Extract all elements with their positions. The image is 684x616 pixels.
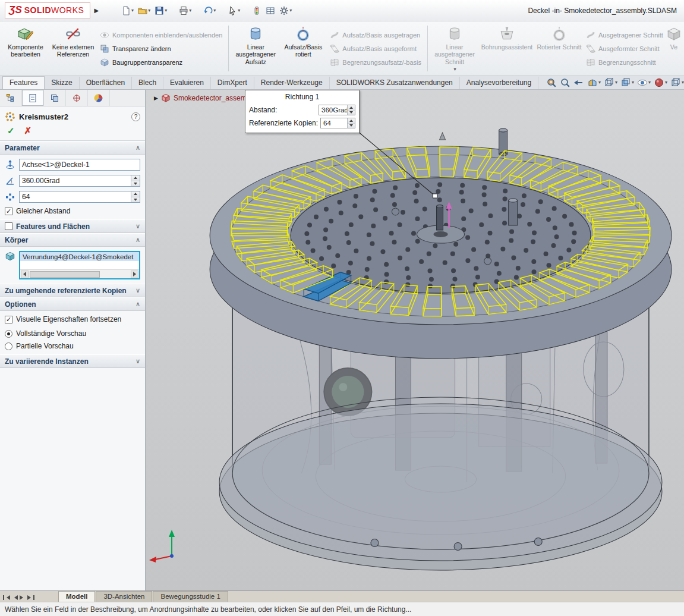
bodies-selection-box[interactable]: Verrundung4@Deckel-1@Smokedet xyxy=(19,251,140,279)
boundary-boss-button[interactable]: Begrenzungsaufsatz/-basis xyxy=(330,58,421,67)
extruded-boss-button[interactable]: Linear ausgetragener Aufsatz xyxy=(232,23,279,74)
tab-features[interactable]: Features xyxy=(2,76,45,89)
hide-show-items-button[interactable]: ▾ xyxy=(637,77,651,88)
tab-evaluieren[interactable]: Evaluieren xyxy=(163,77,211,89)
configuration-manager-tab[interactable] xyxy=(44,90,66,106)
tab-render-werkzeuge[interactable]: Render-Werkzeuge xyxy=(254,77,330,89)
hole-wizard-icon xyxy=(499,26,515,42)
copies-spinner[interactable] xyxy=(347,118,355,128)
full-preview-radio[interactable]: Vollständige Vorschau xyxy=(5,329,140,338)
instance-count-field[interactable]: 64 xyxy=(19,191,140,203)
direction-callout[interactable]: Richtung 1 Abstand: 360Grad Referenziert… xyxy=(245,90,360,133)
display-style-button[interactable]: ▾ xyxy=(620,77,634,88)
previous-view-button[interactable] xyxy=(573,77,584,88)
boundary-boss-label: Begrenzungsaufsatz/-basis xyxy=(342,59,421,66)
print-button[interactable]: ▾ xyxy=(178,5,193,17)
revolved-boss-button[interactable]: Aufsatz/Basis rotiert xyxy=(279,23,327,74)
scroll-right-button[interactable] xyxy=(131,271,138,278)
change-transparency-button[interactable]: Transparenz ändern xyxy=(100,44,222,54)
model-tab[interactable]: Modell xyxy=(58,591,95,602)
select-button[interactable]: ▾ xyxy=(226,5,241,17)
last-tab-button[interactable] xyxy=(27,595,34,600)
scroll-left-button[interactable] xyxy=(21,271,29,278)
tab-dimxpert[interactable]: DimXpert xyxy=(211,77,254,89)
next-tab-button[interactable] xyxy=(20,595,26,600)
new-document-button[interactable]: ▾ xyxy=(120,5,135,17)
features-faces-section-header[interactable]: Features und Flächen ∨ xyxy=(0,219,145,233)
callout-drag-handle[interactable] xyxy=(433,194,437,198)
boundary-cut-label: Begrenzungsschnitt xyxy=(598,59,656,66)
selection-horizontal-scrollbar[interactable] xyxy=(20,269,139,278)
extruded-cut-button[interactable]: Linear ausgetragener Schnitt ▾ xyxy=(431,23,478,74)
graphics-area[interactable]: ▶ Smokedetector_assembly ... Richtung 1 … xyxy=(146,90,684,590)
zoom-to-area-button[interactable] xyxy=(560,77,570,88)
ds-logo-icon: ƷS xyxy=(9,4,22,16)
edit-component-button[interactable]: Komponente bearbeiten xyxy=(2,23,49,74)
toolbar-flyout-arrow[interactable]: ▶ xyxy=(94,7,99,14)
equal-spacing-checkbox[interactable]: ✓ Gleicher Abstand xyxy=(5,207,140,215)
swept-cut-button[interactable]: Ausgetragener Schnitt xyxy=(586,30,663,40)
open-document-button[interactable]: ▾ xyxy=(137,5,152,17)
angle-spinner[interactable] xyxy=(131,175,140,186)
swept-boss-button[interactable]: Aufsatz/Basis ausgetragen xyxy=(330,30,421,40)
document-title: Deckel -in- Smokedetector_assembly.SLDAS… xyxy=(528,7,679,15)
dimxpert-manager-tab[interactable] xyxy=(66,90,88,106)
property-manager-tab[interactable] xyxy=(22,90,44,106)
tab-skizze[interactable]: Skizze xyxy=(45,77,79,89)
display-manager-tab[interactable] xyxy=(88,90,110,106)
properties-table-button[interactable] xyxy=(264,5,276,17)
revolved-cut-button[interactable]: Rotierter Schnitt xyxy=(535,23,583,74)
3d-views-tab[interactable]: 3D-Ansichten xyxy=(96,591,152,602)
breadcrumb-expand-icon[interactable]: ▶ xyxy=(154,95,158,101)
propagate-visual-properties-checkbox[interactable]: ✓ Visuelle Eigenschaften fortsetzen xyxy=(5,315,140,323)
zoom-to-fit-button[interactable] xyxy=(546,77,557,88)
view-orientation-button[interactable]: ▾ xyxy=(604,77,617,88)
help-button[interactable]: ? xyxy=(131,112,140,121)
bodies-section-body: Verrundung4@Deckel-1@Smokedet xyxy=(0,247,145,284)
edit-appearance-button[interactable]: ▾ xyxy=(654,77,667,88)
distance-spinner[interactable] xyxy=(347,105,355,115)
section-view-button[interactable]: ▾ xyxy=(587,77,601,88)
parameter-section-header[interactable]: Parameter ∧ xyxy=(0,141,145,155)
tab-oberflaechen[interactable]: Oberflächen xyxy=(80,77,132,89)
hole-wizard-button[interactable]: Bohrungsassistent xyxy=(478,23,535,74)
copies-label: Referenzierte Kopien: xyxy=(249,119,318,127)
show-hide-components-button[interactable]: Komponenten einblenden/ausblenden xyxy=(100,30,222,40)
feature-manager-tab[interactable] xyxy=(0,90,22,106)
selected-body-item[interactable]: Verrundung4@Deckel-1@Smokedet xyxy=(20,252,139,261)
lofted-boss-button[interactable]: Aufsatz/Basis ausgeformt xyxy=(330,44,421,54)
options-button[interactable]: ▾ xyxy=(278,5,293,17)
options-section-header[interactable]: Optionen ∧ xyxy=(0,297,145,311)
pattern-axis-field[interactable]: Achse<1>@Deckel-1 xyxy=(19,159,140,171)
tab-analysevorbereitung[interactable]: Analysevorbereitung xyxy=(460,77,538,89)
pattern-angle-field[interactable]: 360.00Grad xyxy=(19,175,140,187)
features-faces-checkbox[interactable] xyxy=(5,222,12,230)
motion-study-tab[interactable]: Bewegungsstudie 1 xyxy=(153,591,228,602)
partial-preview-radio[interactable]: Partielle Vorschau xyxy=(5,342,140,350)
instances-to-skip-section-header[interactable]: Zu umgehende referenzierte Kopien ∨ xyxy=(0,284,145,297)
previous-tab-button[interactable] xyxy=(12,595,18,600)
no-external-references-button[interactable]: Keine externen Referenzen xyxy=(49,23,97,74)
print-icon xyxy=(179,6,188,15)
lofted-boss-label: Aufsatz/Basis ausgeformt xyxy=(342,45,417,52)
scrollbar-thumb[interactable] xyxy=(30,271,100,278)
count-spinner[interactable] xyxy=(131,191,140,202)
view-settings-button[interactable]: ▾ xyxy=(670,77,684,88)
assembly-transparency-button[interactable]: Baugruppentransparenz xyxy=(100,58,222,67)
rebuild-button[interactable] xyxy=(251,5,263,17)
boundary-cut-button[interactable]: Begrenzungsschnitt xyxy=(586,58,663,67)
tab-solidworks-zusatzanwendungen[interactable]: SOLIDWORKS Zusatzanwendungen xyxy=(330,77,460,89)
ok-button[interactable]: ✓ xyxy=(7,125,15,136)
bodies-section-header[interactable]: Körper ∧ xyxy=(0,233,145,247)
undo-button[interactable]: ▾ xyxy=(202,5,217,17)
save-button[interactable]: ▾ xyxy=(153,5,168,17)
first-tab-button[interactable] xyxy=(3,595,10,600)
copies-field[interactable]: 64 xyxy=(320,118,355,128)
lofted-cut-button[interactable]: Ausgeformter Schnitt xyxy=(586,44,663,54)
instances-to-vary-section-header[interactable]: Zu variierende Instanzen ∨ xyxy=(0,354,145,368)
distance-field[interactable]: 360Grad xyxy=(319,105,355,115)
model-3d-view[interactable] xyxy=(146,90,684,590)
tab-blech[interactable]: Blech xyxy=(132,77,163,89)
fillet-button-truncated[interactable]: Ve xyxy=(666,23,682,74)
cancel-button[interactable]: ✗ xyxy=(24,125,32,136)
